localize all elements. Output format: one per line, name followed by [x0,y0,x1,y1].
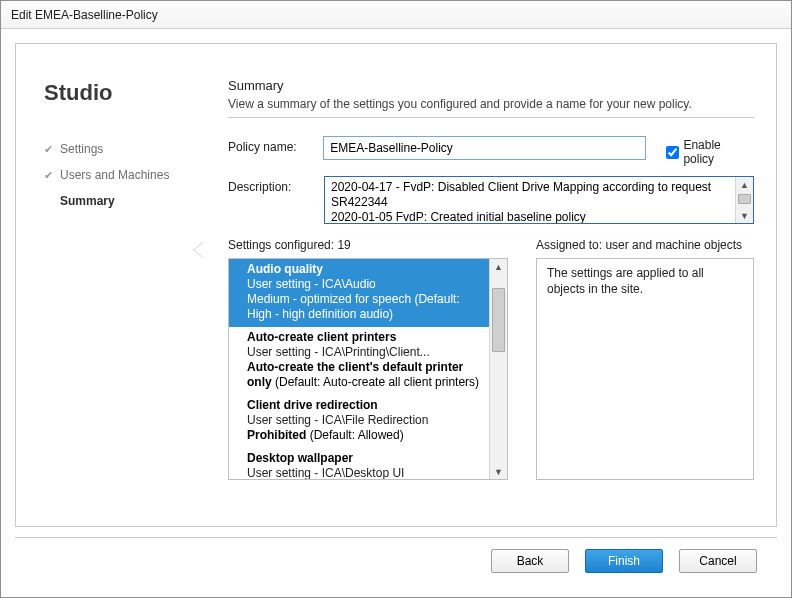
dialog-button-bar: Back Finish Cancel [15,537,777,583]
back-button[interactable]: Back [491,549,569,573]
summary-columns: Settings configured: 19 Audio qualityUse… [228,238,754,480]
wizard-step-settings[interactable]: ✔ Settings [44,142,204,156]
setting-path: User setting - ICA\Printing\Client... [247,345,481,360]
description-label: Description: [228,176,324,194]
content-panel: Studio ✔ Settings ✔ Users and Machines S… [15,43,777,527]
finish-button[interactable]: Finish [585,549,663,573]
divider [228,117,754,118]
setting-path: User setting - ICA\Desktop UI [247,466,481,479]
settings-list-item[interactable]: Client drive redirectionUser setting - I… [229,395,489,448]
step-pointer-icon [194,242,204,258]
setting-title: Client drive redirection [247,398,481,413]
settings-list-item[interactable]: Auto-create client printersUser setting … [229,327,489,395]
enable-policy-checkbox[interactable] [666,146,679,159]
setting-title: Auto-create client printers [247,330,481,345]
policy-name-row: Policy name: Enable policy [228,136,754,166]
wizard-step-summary[interactable]: Summary [44,194,204,208]
settings-configured-heading: Settings configured: 19 [228,238,508,252]
policy-name-input[interactable] [323,136,646,160]
settings-list-viewport: Audio qualityUser setting - ICA\AudioMed… [229,259,489,479]
scroll-up-icon[interactable]: ▲ [736,177,753,192]
setting-path: User setting - ICA\Audio [247,277,481,292]
setting-path: User setting - ICA\File Redirection [247,413,481,428]
scroll-thumb[interactable] [738,194,751,204]
wizard-sidebar: Studio ✔ Settings ✔ Users and Machines S… [16,44,204,526]
setting-value: Prohibited (Default: Allowed) [247,428,481,443]
setting-value: Auto-create the client's default printer… [247,360,481,390]
settings-list-item[interactable]: Desktop wallpaperUser setting - ICA\Desk… [229,448,489,479]
brand-title: Studio [44,80,204,106]
assigned-to-box: The settings are applied to all objects … [536,258,754,480]
assigned-column: Assigned to: user and machine objects Th… [536,238,754,480]
scroll-thumb[interactable] [492,288,505,352]
setting-default: (Default: High - high definition audio) [247,292,460,321]
setting-default: (Default: Allowed) [310,428,404,442]
assigned-to-heading: Assigned to: user and machine objects [536,238,754,252]
window-titlebar: Edit EMEA-Baselline-Policy [1,1,791,29]
main-content: Summary View a summary of the settings y… [204,44,776,526]
settings-column: Settings configured: 19 Audio qualityUse… [228,238,508,480]
window-body: Studio ✔ Settings ✔ Users and Machines S… [1,29,791,597]
cancel-button[interactable]: Cancel [679,549,757,573]
enable-policy-toggle[interactable]: Enable policy [662,136,754,166]
settings-listbox[interactable]: Audio qualityUser setting - ICA\AudioMed… [228,258,508,480]
wizard-step-users-machines[interactable]: ✔ Users and Machines [44,168,204,182]
enable-policy-label: Enable policy [683,138,754,166]
scroll-up-icon[interactable]: ▲ [490,259,507,274]
wizard-step-label: Users and Machines [60,168,169,182]
scroll-down-icon[interactable]: ▼ [736,208,753,223]
description-scrollbar[interactable]: ▲ ▼ [735,177,753,223]
dialog-window: Edit EMEA-Baselline-Policy Studio ✔ Sett… [0,0,792,598]
setting-title: Audio quality [247,262,481,277]
description-field-wrapper: 2020-04-17 - FvdP: Disabled Client Drive… [324,176,754,224]
setting-title: Desktop wallpaper [247,451,481,466]
wizard-step-label: Summary [60,194,115,208]
wizard-step-label: Settings [60,142,103,156]
checkmark-icon: ✔ [44,169,60,182]
scroll-track[interactable] [736,192,753,208]
setting-value: Medium - optimized for speech (Default: … [247,292,481,322]
assigned-to-text: The settings are applied to all objects … [547,266,704,296]
description-row: Description: 2020-04-17 - FvdP: Disabled… [228,176,754,224]
window-title: Edit EMEA-Baselline-Policy [11,8,158,22]
settings-scrollbar[interactable]: ▲ ▼ [489,259,507,479]
description-input[interactable]: 2020-04-17 - FvdP: Disabled Client Drive… [325,177,735,223]
settings-list-item[interactable]: Audio qualityUser setting - ICA\AudioMed… [229,259,489,327]
scroll-track[interactable] [490,274,507,464]
scroll-down-icon[interactable]: ▼ [490,464,507,479]
policy-name-label: Policy name: [228,136,323,154]
section-subtitle: View a summary of the settings you confi… [228,97,754,111]
setting-default: (Default: Auto-create all client printer… [275,375,479,389]
section-heading: Summary [228,78,754,93]
checkmark-icon: ✔ [44,143,60,156]
